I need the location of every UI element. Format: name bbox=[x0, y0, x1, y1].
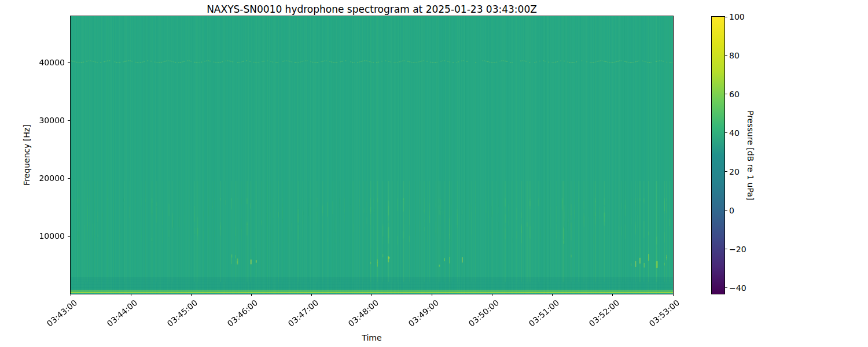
y-tick-label: 30000 bbox=[29, 115, 65, 125]
x-tick-mark bbox=[552, 294, 553, 296]
y-tick-label: 20000 bbox=[29, 173, 65, 183]
colorbar-tick-mark bbox=[725, 249, 727, 249]
y-tick-mark bbox=[68, 236, 70, 237]
colorbar-tick-label: 0 bbox=[729, 205, 734, 216]
colorbar-tick-label: 100 bbox=[729, 12, 745, 22]
colorbar-tick-mark bbox=[725, 94, 727, 94]
x-tick-label-text: 03:53:00 bbox=[648, 298, 682, 328]
x-tick-mark bbox=[372, 294, 372, 296]
x-tick-mark bbox=[191, 294, 192, 296]
colorbar bbox=[711, 16, 725, 294]
colorbar-tick-mark bbox=[725, 132, 727, 133]
y-tick-mark bbox=[68, 178, 70, 179]
colorbar-tick-label: 40 bbox=[729, 128, 740, 138]
colorbar-tick-label: 20 bbox=[729, 167, 740, 177]
x-tick-mark bbox=[131, 294, 131, 296]
y-tick-label: 40000 bbox=[29, 57, 65, 68]
colorbar-label-text: Pressure [dB re 1 uPa] bbox=[746, 110, 755, 200]
x-tick-mark bbox=[311, 294, 312, 296]
y-tick-label: 10000 bbox=[29, 231, 65, 241]
plot-area bbox=[70, 16, 674, 294]
chart-title: NAXYS-SN0010 hydrophone spectrogram at 2… bbox=[71, 3, 673, 15]
y-tick-mark bbox=[68, 62, 70, 63]
x-tick-mark bbox=[251, 294, 252, 296]
colorbar-tick-mark bbox=[725, 287, 727, 288]
colorbar-tick-label: −20 bbox=[729, 244, 746, 254]
colorbar-tick-mark bbox=[725, 17, 727, 17]
x-tick-mark bbox=[612, 294, 613, 296]
x-tick-mark bbox=[71, 294, 71, 296]
colorbar-tick-label: −40 bbox=[729, 283, 746, 293]
x-tick-mark bbox=[492, 294, 492, 296]
x-tick-label: 03:53:00 bbox=[600, 298, 675, 308]
colorbar-tick-label: 60 bbox=[729, 89, 740, 99]
colorbar-tick-mark bbox=[725, 55, 727, 56]
colorbar-tick-mark bbox=[725, 171, 727, 172]
colorbar-gradient bbox=[712, 17, 724, 294]
x-tick-mark bbox=[432, 294, 432, 296]
y-tick-mark bbox=[68, 120, 70, 121]
spectrogram-figure: NAXYS-SN0010 hydrophone spectrogram at 2… bbox=[0, 0, 868, 347]
colorbar-tick-label: 80 bbox=[729, 50, 740, 61]
spectrogram-image bbox=[71, 16, 673, 294]
x-axis-label: Time bbox=[71, 333, 673, 342]
colorbar-tick-mark bbox=[725, 210, 727, 211]
x-tick-mark bbox=[673, 294, 674, 296]
